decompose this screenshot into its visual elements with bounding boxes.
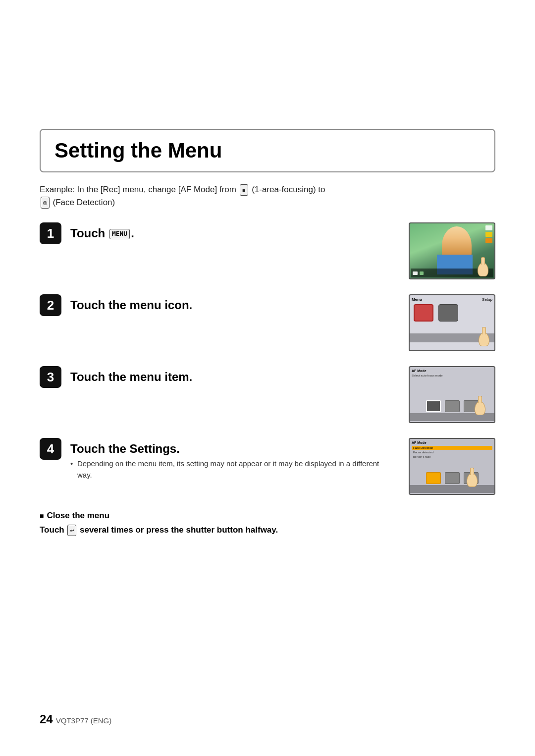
intro-middle: (1-area-focusing) to xyxy=(252,185,325,194)
screen4-icon-2 xyxy=(445,472,460,484)
step-1-text: Touch MENU. xyxy=(70,222,134,241)
hand-icon-3 xyxy=(475,401,485,415)
menu-button-icon: MENU xyxy=(109,229,130,239)
step-1-screen xyxy=(409,222,495,279)
screen2-rec-icon xyxy=(414,304,433,322)
screen1-person xyxy=(442,226,472,265)
screen4-bottom-icons xyxy=(410,472,494,484)
page-title: Setting the Menu xyxy=(54,139,481,162)
step-3-left: 3 Touch the menu item. xyxy=(40,366,394,388)
step-2-left: 2 Touch the menu icon. xyxy=(40,294,394,316)
step-4-badge: 4 xyxy=(40,438,61,460)
intro-line2: (Face Detection) xyxy=(53,198,115,207)
step-1-content: 1 Touch MENU. xyxy=(40,222,495,279)
page-container: Setting the Menu Example: In the [Rec] m… xyxy=(0,0,535,756)
screen1-bottom-icon xyxy=(413,271,418,275)
screen4-face-detection: Face Detection xyxy=(412,446,492,450)
screen3-af-item-1 xyxy=(426,400,441,412)
hand-icon-1 xyxy=(478,263,488,276)
title-box: Setting the Menu xyxy=(40,129,495,172)
screen4-af-label: AF Mode xyxy=(412,441,427,444)
screen3-af-item-2 xyxy=(445,400,460,412)
close-menu-title: Close the menu xyxy=(40,511,495,521)
step-2-screen: Menu Setup xyxy=(409,294,495,351)
screen1-top-icons xyxy=(485,225,492,243)
step-3-text: Touch the menu item. xyxy=(70,366,192,384)
page-footer: 24 VQT3P77 (ENG) xyxy=(40,712,111,726)
screen2-setup-label: Setup xyxy=(482,297,492,302)
screen1-icon-1 xyxy=(485,225,492,230)
step-row-3: 3 Touch the menu item. AF Mode Select au… xyxy=(40,366,495,423)
step-4-bullet-1: Depending on the menu item, its setting … xyxy=(70,458,394,481)
page-number: 24 xyxy=(40,712,53,726)
step-2-title: Touch the menu icon. xyxy=(70,297,192,313)
step-4-title: Touch the Settings. xyxy=(70,441,394,456)
hand-icon-4 xyxy=(467,473,478,487)
screen4-list: Face Detection Focus detected person's f… xyxy=(412,446,492,459)
step-3-title: Touch the menu item. xyxy=(70,369,192,384)
af-mode-icon-1: ▪ xyxy=(240,184,249,196)
screen3-subtitle: Select auto focus mode xyxy=(412,374,443,377)
close-menu-instruction: Touch ↩ several times or press the shutt… xyxy=(40,524,495,537)
step-2-text: Touch the menu icon. xyxy=(70,294,192,313)
step-3-content: 3 Touch the menu item. AF Mode Select au… xyxy=(40,366,495,423)
touch-indicator-2 xyxy=(477,328,491,346)
screen1-bottom-icon2 xyxy=(420,271,424,275)
hand-icon-2 xyxy=(479,332,489,346)
touch-indicator-4 xyxy=(465,469,480,487)
af-mode-icon-2: ◎ xyxy=(41,197,50,209)
step-1-left: 1 Touch MENU. xyxy=(40,222,394,244)
step-2-badge: 2 xyxy=(40,294,61,316)
step-row-1: 1 Touch MENU. xyxy=(40,222,495,279)
step-3-screen: AF Mode Select auto focus mode xyxy=(409,366,495,423)
screen4-persons-face: person's face xyxy=(412,455,492,459)
step-1-title: Touch MENU. xyxy=(70,225,134,241)
intro-line1: Example: In the [Rec] menu, change [AF M… xyxy=(40,185,239,194)
step-1-badge: 1 xyxy=(40,222,61,244)
page-code: VQT3P77 (ENG) xyxy=(56,716,112,725)
screen1-icon-2 xyxy=(485,232,492,237)
steps-container: 1 Touch MENU. xyxy=(40,222,495,500)
screen2-icons-row xyxy=(414,304,458,322)
screen1-icon-3 xyxy=(485,238,492,243)
screen4-icon-orange xyxy=(426,472,441,484)
touch-indicator-3 xyxy=(473,397,487,415)
step-3-badge: 3 xyxy=(40,366,61,388)
screen4-bottom-bar xyxy=(410,485,494,493)
step-row-4: 4 Touch the Settings. Depending on the m… xyxy=(40,438,495,495)
step-row-2: 2 Touch the menu icon. Menu Setup xyxy=(40,294,495,351)
screen2-setup-icon xyxy=(438,304,458,322)
intro-text: Example: In the [Rec] menu, change [AF M… xyxy=(40,183,495,209)
step-4-text: Touch the Settings. Depending on the men… xyxy=(70,438,394,481)
step-4-screen: AF Mode Face Detection Focus detected pe… xyxy=(409,438,495,495)
step-4-left: 4 Touch the Settings. Depending on the m… xyxy=(40,438,394,481)
touch-indicator-1 xyxy=(476,259,490,276)
step-4-content: 4 Touch the Settings. Depending on the m… xyxy=(40,438,495,495)
screen4-focus-detected: Focus detected xyxy=(412,450,492,454)
screen2-menu-label: Menu xyxy=(412,297,422,302)
return-icon: ↩ xyxy=(67,525,76,537)
close-menu-section: Close the menu Touch ↩ several times or … xyxy=(40,511,495,537)
step-2-content: 2 Touch the menu icon. Menu Setup xyxy=(40,294,495,351)
screen3-af-label: AF Mode xyxy=(412,369,427,373)
